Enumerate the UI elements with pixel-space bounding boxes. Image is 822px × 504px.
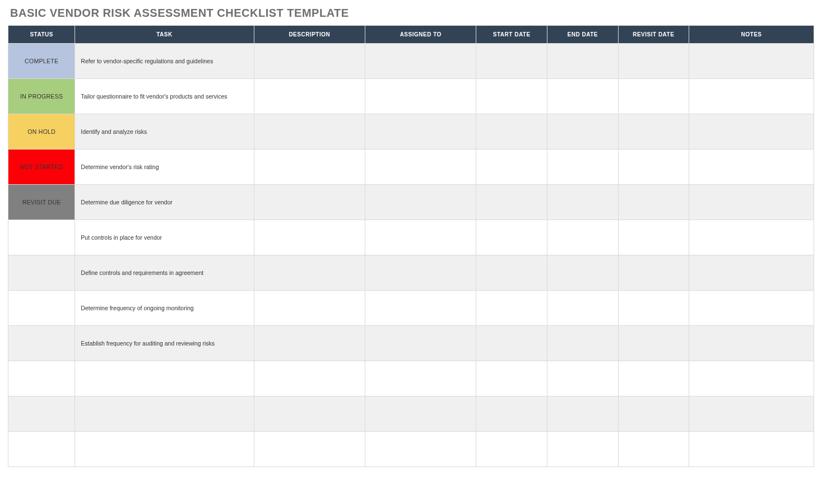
revisit-cell[interactable] <box>618 432 689 467</box>
desc-cell[interactable] <box>254 396 365 432</box>
table-body: COMPLETERefer to vendor-specific regulat… <box>8 44 814 467</box>
desc-cell[interactable] <box>254 432 365 467</box>
task-cell[interactable]: Determine due diligence for vendor <box>75 185 254 220</box>
notes-cell[interactable] <box>689 255 814 291</box>
task-cell[interactable]: Refer to vendor-specific regulations and… <box>75 44 254 79</box>
start-cell[interactable] <box>476 185 547 220</box>
status-cell[interactable] <box>8 255 75 291</box>
status-cell[interactable] <box>8 396 75 432</box>
status-cell[interactable]: NOT STARTED <box>8 150 75 185</box>
desc-cell[interactable] <box>254 361 365 396</box>
desc-cell[interactable] <box>254 79 365 114</box>
revisit-cell[interactable] <box>618 255 689 291</box>
status-cell[interactable] <box>8 361 75 396</box>
task-cell[interactable]: Tailor questionnaire to fit vendor's pro… <box>75 79 254 114</box>
end-cell[interactable] <box>547 255 619 291</box>
task-cell[interactable] <box>75 396 254 432</box>
end-cell[interactable] <box>547 114 619 150</box>
col-header-notes: NOTES <box>689 26 814 44</box>
start-cell[interactable] <box>476 79 547 114</box>
end-cell[interactable] <box>547 326 619 361</box>
desc-cell[interactable] <box>254 150 365 185</box>
desc-cell[interactable] <box>254 291 365 326</box>
desc-cell[interactable] <box>254 114 365 150</box>
notes-cell[interactable] <box>689 185 814 220</box>
assigned-cell[interactable] <box>365 361 476 396</box>
revisit-cell[interactable] <box>618 44 689 79</box>
desc-cell[interactable] <box>254 44 365 79</box>
status-cell[interactable] <box>8 220 75 255</box>
end-cell[interactable] <box>547 185 619 220</box>
revisit-cell[interactable] <box>618 361 689 396</box>
task-cell[interactable]: Determine frequency of ongoing monitorin… <box>75 291 254 326</box>
revisit-cell[interactable] <box>618 291 689 326</box>
start-cell[interactable] <box>476 220 547 255</box>
task-cell[interactable]: Determine vendor's risk rating <box>75 150 254 185</box>
assigned-cell[interactable] <box>365 150 476 185</box>
start-cell[interactable] <box>476 326 547 361</box>
notes-cell[interactable] <box>689 150 814 185</box>
start-cell[interactable] <box>476 114 547 150</box>
assigned-cell[interactable] <box>365 432 476 467</box>
start-cell[interactable] <box>476 291 547 326</box>
task-cell[interactable]: Define controls and requirements in agre… <box>75 255 254 291</box>
status-cell[interactable]: IN PROGRESS <box>8 79 75 114</box>
notes-cell[interactable] <box>689 361 814 396</box>
end-cell[interactable] <box>547 44 619 79</box>
status-cell[interactable] <box>8 432 75 467</box>
table-row <box>8 432 814 467</box>
desc-cell[interactable] <box>254 220 365 255</box>
status-cell[interactable]: REVISIT DUE <box>8 185 75 220</box>
revisit-cell[interactable] <box>618 396 689 432</box>
end-cell[interactable] <box>547 361 619 396</box>
revisit-cell[interactable] <box>618 326 689 361</box>
assigned-cell[interactable] <box>365 255 476 291</box>
start-cell[interactable] <box>476 44 547 79</box>
assigned-cell[interactable] <box>365 185 476 220</box>
task-cell[interactable]: Establish frequency for auditing and rev… <box>75 326 254 361</box>
end-cell[interactable] <box>547 432 619 467</box>
desc-cell[interactable] <box>254 185 365 220</box>
assigned-cell[interactable] <box>365 220 476 255</box>
assigned-cell[interactable] <box>365 114 476 150</box>
end-cell[interactable] <box>547 291 619 326</box>
status-cell[interactable] <box>8 326 75 361</box>
start-cell[interactable] <box>476 432 547 467</box>
assigned-cell[interactable] <box>365 396 476 432</box>
revisit-cell[interactable] <box>618 185 689 220</box>
task-cell[interactable]: Identify and analyze risks <box>75 114 254 150</box>
desc-cell[interactable] <box>254 255 365 291</box>
revisit-cell[interactable] <box>618 79 689 114</box>
start-cell[interactable] <box>476 150 547 185</box>
assigned-cell[interactable] <box>365 44 476 79</box>
revisit-cell[interactable] <box>618 150 689 185</box>
assigned-cell[interactable] <box>365 326 476 361</box>
end-cell[interactable] <box>547 396 619 432</box>
table-row: Establish frequency for auditing and rev… <box>8 326 814 361</box>
notes-cell[interactable] <box>689 291 814 326</box>
notes-cell[interactable] <box>689 326 814 361</box>
notes-cell[interactable] <box>689 432 814 467</box>
notes-cell[interactable] <box>689 79 814 114</box>
desc-cell[interactable] <box>254 326 365 361</box>
end-cell[interactable] <box>547 220 619 255</box>
assigned-cell[interactable] <box>365 291 476 326</box>
task-cell[interactable]: Put controls in place for vendor <box>75 220 254 255</box>
start-cell[interactable] <box>476 255 547 291</box>
revisit-cell[interactable] <box>618 114 689 150</box>
notes-cell[interactable] <box>689 396 814 432</box>
end-cell[interactable] <box>547 79 619 114</box>
assigned-cell[interactable] <box>365 79 476 114</box>
task-cell[interactable] <box>75 361 254 396</box>
status-cell[interactable]: ON HOLD <box>8 114 75 150</box>
start-cell[interactable] <box>476 361 547 396</box>
status-cell[interactable] <box>8 291 75 326</box>
task-cell[interactable] <box>75 432 254 467</box>
status-cell[interactable]: COMPLETE <box>8 44 75 79</box>
notes-cell[interactable] <box>689 114 814 150</box>
revisit-cell[interactable] <box>618 220 689 255</box>
end-cell[interactable] <box>547 150 619 185</box>
notes-cell[interactable] <box>689 44 814 79</box>
notes-cell[interactable] <box>689 220 814 255</box>
start-cell[interactable] <box>476 396 547 432</box>
